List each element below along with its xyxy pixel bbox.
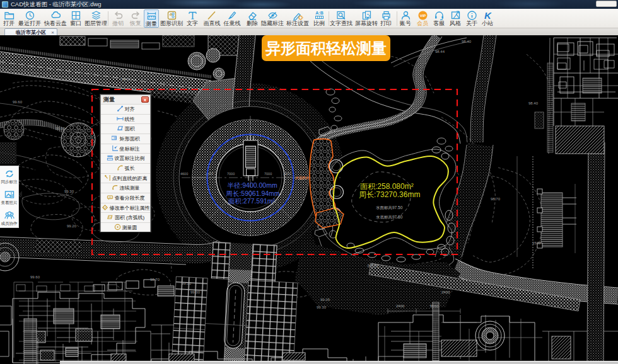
svg-text:半径:9400.00mm: 半径:9400.00mm [227, 181, 277, 189]
svg-text:2400: 2400 [396, 304, 405, 308]
svg-text:99.30: 99.30 [317, 305, 327, 309]
svg-text:99.20: 99.20 [67, 224, 77, 228]
svg-text:98.40: 98.40 [462, 40, 472, 43]
svg-text:水面标高97.50: 水面标高97.50 [376, 205, 403, 210]
svg-text:94.00: 94.00 [121, 77, 131, 81]
svg-text:K: K [484, 10, 492, 21]
svg-text:99.50: 99.50 [182, 282, 192, 285]
svg-text:水景跌水: 水景跌水 [295, 176, 310, 179]
svg-text:99.60: 99.60 [30, 275, 40, 279]
svg-text:7000: 7000 [227, 172, 235, 176]
svg-text:2400: 2400 [283, 172, 291, 176]
svg-text:99.30: 99.30 [190, 290, 201, 294]
svg-text:面积:277.591m²: 面积:277.591m² [228, 197, 276, 205]
svg-text:水底标高97.80: 水底标高97.80 [376, 215, 403, 220]
svg-text:1500: 1500 [532, 241, 541, 245]
svg-text:周长:59061.94mm: 周长:59061.94mm [226, 190, 279, 197]
svg-text:面积:258.080m²: 面积:258.080m² [360, 182, 414, 191]
svg-text:98.40: 98.40 [528, 101, 539, 105]
svg-text:水面线: 水面线 [367, 263, 378, 268]
svg-text:A:B: A:B [315, 11, 323, 15]
svg-text:5060: 5060 [430, 304, 439, 308]
svg-text:99.00: 99.00 [55, 127, 66, 130]
svg-text:周长:73270.36mm: 周长:73270.36mm [359, 190, 420, 199]
svg-text:7000: 7000 [264, 172, 272, 176]
svg-text:VIP: VIP [419, 14, 426, 18]
svg-text:98.44: 98.44 [435, 50, 445, 54]
svg-text:99.60: 99.60 [13, 100, 23, 104]
svg-text:99.05: 99.05 [320, 298, 330, 302]
svg-text:98.70: 98.70 [150, 278, 160, 282]
svg-text:2400: 2400 [441, 290, 450, 294]
svg-text:4600: 4600 [180, 172, 188, 176]
svg-text:99.30: 99.30 [64, 190, 74, 193]
svg-text:98.70: 98.70 [491, 197, 501, 201]
